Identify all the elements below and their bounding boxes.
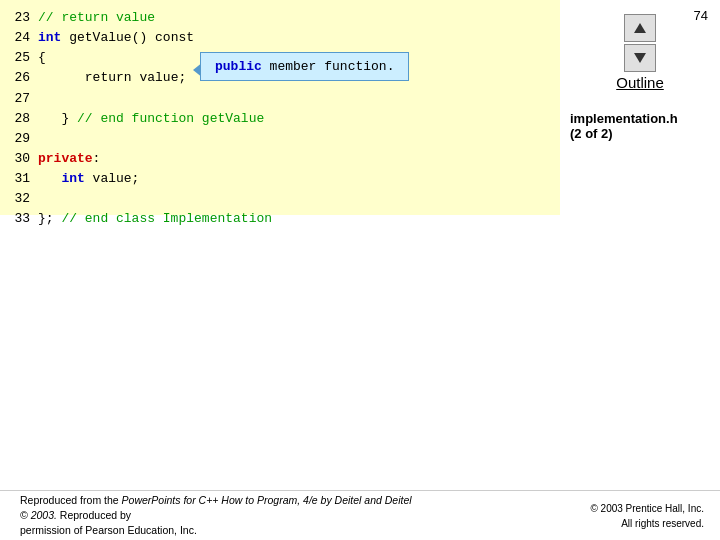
- code-text-33b: // end class Implementation: [61, 209, 272, 229]
- code-line-29: 29: [0, 129, 560, 149]
- line-num-26: 26: [0, 68, 38, 88]
- code-text-29: [38, 129, 46, 149]
- code-text-31b: value;: [93, 169, 140, 189]
- code-text-26a: return: [38, 68, 139, 88]
- bottom-left-text: Reproduced from the PowerPoints for C++ …: [20, 493, 420, 537]
- line-num-33: 33: [0, 209, 38, 229]
- code-line-30: 30 private:: [0, 149, 560, 169]
- copyright-line2: All rights reserved.: [590, 516, 704, 531]
- code-line-27: 27: [0, 89, 560, 109]
- code-panel: 23 // return value 24 int getValue() con…: [0, 0, 560, 215]
- code-text-26b: value: [139, 68, 178, 88]
- copyright-line1: © 2003 Prentice Hall, Inc.: [590, 501, 704, 516]
- tooltip-keyword: public: [215, 59, 262, 74]
- code-text-33a: };: [38, 209, 61, 229]
- code-text-26c: ;: [178, 68, 186, 88]
- code-text-32: [38, 189, 46, 209]
- code-text-30b: :: [93, 149, 101, 169]
- down-arrow-icon: [633, 51, 647, 65]
- outline-label: Outline: [616, 74, 664, 91]
- tooltip-text: member function.: [262, 59, 395, 74]
- line-num-29: 29: [0, 129, 38, 149]
- line-num-30: 30: [0, 149, 38, 169]
- tooltip-bubble: public member function.: [200, 52, 409, 81]
- code-text-23: // return value: [38, 8, 155, 28]
- nav-up-button[interactable]: [624, 14, 656, 42]
- code-line-33: 33 }; // end class Implementation: [0, 209, 560, 229]
- nav-down-button[interactable]: [624, 44, 656, 72]
- code-text-30a: private: [38, 149, 93, 169]
- code-text-28b: // end function getValue: [77, 109, 264, 129]
- svg-marker-0: [634, 23, 646, 33]
- code-line-24: 24 int getValue() const: [0, 28, 560, 48]
- code-line-31: 31 int value;: [0, 169, 560, 189]
- page-number: 74: [694, 8, 708, 23]
- right-panel: 74 Outline implementation.h (2 of 2): [560, 0, 720, 540]
- bottom-bar: Reproduced from the PowerPoints for C++ …: [0, 490, 720, 540]
- code-text-24b: getValue() const: [69, 28, 194, 48]
- code-text-27: [38, 89, 46, 109]
- code-text-25: {: [38, 48, 46, 68]
- line-num-28: 28: [0, 109, 38, 129]
- code-line-32: 32: [0, 189, 560, 209]
- line-num-24: 24: [0, 28, 38, 48]
- up-arrow-icon: [633, 21, 647, 35]
- file-info: implementation.h (2 of 2): [560, 111, 720, 141]
- bottom-right-text: © 2003 Prentice Hall, Inc. All rights re…: [590, 501, 704, 531]
- svg-marker-1: [634, 53, 646, 63]
- file-name: implementation.h: [570, 111, 720, 126]
- line-num-23: 23: [0, 8, 38, 28]
- line-num-27: 27: [0, 89, 38, 109]
- file-page: (2 of 2): [570, 126, 720, 141]
- bottom-prefix: Reproduced from the: [20, 494, 122, 506]
- line-num-32: 32: [0, 189, 38, 209]
- line-num-25: 25: [0, 48, 38, 68]
- nav-buttons: [624, 14, 656, 72]
- line-num-31: 31: [0, 169, 38, 189]
- code-text-31a: int: [38, 169, 93, 189]
- code-line-23: 23 // return value: [0, 8, 560, 28]
- code-line-28: 28 } // end function getValue: [0, 109, 560, 129]
- code-text-28a: }: [38, 109, 77, 129]
- code-text-24a: int: [38, 28, 69, 48]
